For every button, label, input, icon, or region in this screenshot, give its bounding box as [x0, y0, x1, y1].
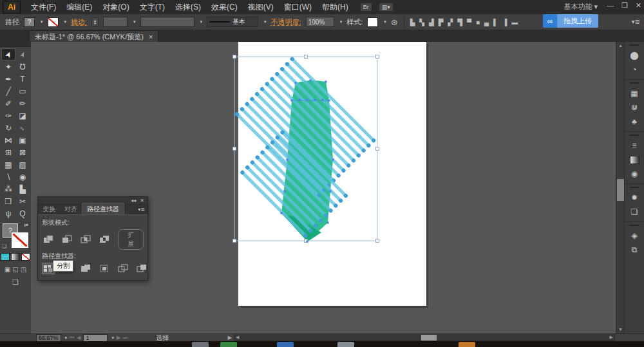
close-panel-icon[interactable]: ✕ — [140, 198, 144, 203]
taskbar-icon[interactable] — [192, 342, 209, 347]
stroke-panel-icon[interactable]: ≡ — [625, 138, 644, 153]
close-button[interactable]: ✕ — [636, 1, 641, 10]
dock-grip[interactable] — [630, 187, 639, 188]
symbol-sprayer-tool[interactable]: ⁂ — [1, 183, 15, 195]
draw-inside-icon[interactable]: ◳ — [21, 266, 26, 273]
zoom-level-field[interactable]: 66.67% — [36, 334, 61, 342]
unite-button[interactable] — [42, 234, 55, 245]
scale-tool[interactable]: ⇔ — [15, 122, 30, 134]
opacity-field[interactable]: 100% — [306, 17, 334, 27]
menu-effect[interactable]: 效果(C) — [206, 2, 243, 13]
blend-tool[interactable]: ◉ — [15, 171, 30, 183]
align-right-icon[interactable]: ▟ — [429, 19, 434, 26]
crop-button[interactable] — [98, 263, 111, 274]
first-artboard-icon[interactable]: ⏮ — [70, 335, 74, 341]
minus-back-button[interactable] — [135, 263, 148, 274]
dock-grip[interactable] — [630, 82, 639, 84]
distribute-center-icon[interactable]: ▞ — [448, 19, 453, 26]
hand-tool[interactable]: ψ — [1, 207, 15, 220]
horizontal-scroll-thumb[interactable] — [421, 335, 437, 341]
zoom-caret-icon[interactable]: ▾ — [65, 335, 68, 341]
tab-pathfinder[interactable]: 路径查找器 — [82, 203, 124, 214]
stroke-color-swatch[interactable] — [48, 17, 59, 27]
width-profile-select[interactable] — [140, 17, 194, 27]
width-profile-caret-icon[interactable]: ▾ — [200, 19, 203, 24]
blob-brush-tool[interactable]: ✑ — [1, 109, 15, 122]
eraser-tool[interactable]: ◪ — [15, 109, 30, 122]
restore-button[interactable]: ❐ — [621, 1, 628, 10]
distribute-v2-icon[interactable]: ▐ — [502, 19, 507, 26]
symbols-panel-icon[interactable]: ♣ — [625, 115, 644, 129]
graphic-style-caret-icon[interactable]: ▾ — [384, 19, 386, 24]
screen-mode-button[interactable]: ❏ — [0, 278, 31, 286]
stroke-style-select[interactable]: 基本 — [207, 17, 258, 27]
fill-color-swatch[interactable]: ? — [24, 17, 35, 27]
swatches-panel-icon[interactable]: ▦ — [625, 86, 644, 100]
vertical-scrollbar[interactable]: ▲ ▼ — [616, 42, 625, 333]
tools-panel-header[interactable] — [0, 42, 31, 47]
graphic-style-swatch[interactable] — [367, 17, 378, 27]
rectangle-tool[interactable]: ▭ — [15, 85, 30, 97]
gradient-panel-icon[interactable] — [625, 153, 644, 167]
pencil-tool[interactable]: ✏ — [15, 97, 30, 109]
cloud-upload-overlay[interactable]: ∞ 拖拽上传 — [543, 14, 598, 28]
taskbar-icon[interactable] — [459, 342, 475, 347]
menu-object[interactable]: 对象(O) — [97, 2, 134, 13]
align-bottom-icon[interactable]: ▄ — [484, 19, 489, 26]
merge-button[interactable] — [79, 263, 92, 274]
canvas-area[interactable] — [31, 42, 616, 333]
menu-help[interactable]: 帮助(H) — [317, 2, 354, 13]
taskbar-icon[interactable] — [337, 342, 354, 347]
opacity-link[interactable]: 不透明度: — [271, 17, 301, 27]
scroll-right-icon[interactable]: ▶ — [610, 335, 613, 340]
gradient-button[interactable] — [11, 253, 20, 261]
taskbar-icon[interactable] — [220, 342, 237, 347]
slice-tool[interactable]: ✂ — [15, 195, 30, 207]
layers-panel-icon[interactable]: ◈ — [625, 229, 644, 243]
stroke-weight-caret-icon[interactable]: ▾ — [133, 19, 136, 24]
draw-behind-icon[interactable]: ◱ — [12, 266, 18, 273]
artboard-number-field[interactable]: 1 — [83, 334, 108, 342]
last-artboard-icon[interactable]: ⏭ — [123, 335, 128, 341]
color-guide-panel-icon[interactable]: ◔ — [625, 62, 644, 77]
document-tab[interactable]: 未标题-1* @ 66.67% (CMYK/预览) × — [29, 30, 158, 42]
collapse-panel-icon[interactable]: ◂◂ — [131, 198, 136, 203]
dock-grip[interactable] — [630, 225, 639, 226]
shape-builder-tool[interactable]: ⊞ — [1, 146, 15, 158]
stroke-panel-link[interactable]: 描边: — [71, 17, 87, 27]
vertical-scroll-thumb[interactable] — [617, 179, 624, 201]
next-artboard-icon[interactable]: ▶ — [117, 335, 120, 341]
column-graph-tool[interactable]: ▙ — [15, 183, 30, 195]
artboard-caret-icon[interactable]: ▾ — [111, 335, 114, 341]
distribute-left-icon[interactable]: ▛ — [439, 19, 444, 26]
distribute-right-icon[interactable]: ▜ — [457, 19, 462, 26]
intersect-button[interactable] — [79, 234, 92, 245]
menu-edit[interactable]: 编辑(E) — [61, 2, 97, 13]
align-left-icon[interactable]: ▙ — [410, 19, 415, 26]
stroke-weight-stepper[interactable]: ▲▼ — [91, 17, 99, 27]
width-tool[interactable]: ⋈ — [1, 134, 15, 146]
align-middle-icon[interactable]: ■ — [476, 19, 480, 26]
color-panel-icon[interactable]: ⬤ — [625, 48, 644, 62]
prev-artboard-icon[interactable]: ◀ — [77, 335, 80, 341]
tab-close-icon[interactable]: × — [149, 33, 153, 41]
artboard[interactable] — [238, 42, 426, 306]
arrange-documents-icon[interactable]: ▥▾ — [379, 3, 393, 12]
expand-button[interactable]: 扩展 — [118, 229, 144, 250]
none-button[interactable] — [21, 253, 30, 261]
menu-window[interactable]: 窗口(W) — [279, 2, 317, 13]
stroke-weight-field[interactable] — [103, 17, 128, 27]
selection-tool[interactable]: ➤ — [1, 48, 15, 61]
workspace-switcher[interactable]: 基本功能 ▾ — [564, 2, 598, 12]
draw-normal-icon[interactable]: ▣ — [5, 266, 10, 273]
taskbar-icon[interactable] — [277, 342, 294, 347]
dock-grip[interactable] — [630, 44, 639, 46]
free-transform-tool[interactable]: ▣ — [15, 134, 30, 146]
menu-select[interactable]: 选择(S) — [170, 2, 206, 13]
align-center-icon[interactable]: ▚ — [419, 19, 424, 26]
paintbrush-tool[interactable]: ✐ — [1, 97, 15, 109]
stroke-style-caret-icon[interactable]: ▾ — [264, 19, 267, 24]
menu-file[interactable]: 文件(F) — [26, 2, 61, 13]
exclude-button[interactable] — [98, 234, 111, 245]
minus-front-button[interactable] — [61, 234, 73, 245]
